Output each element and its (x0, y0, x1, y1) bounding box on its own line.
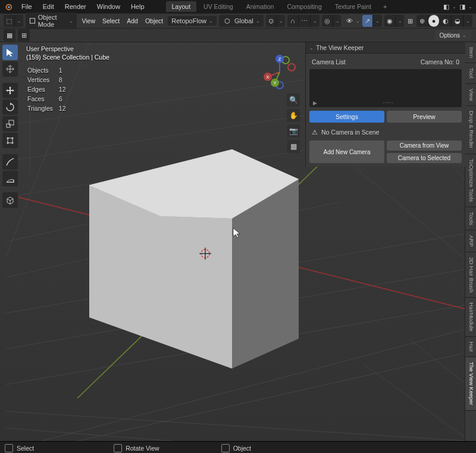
proportional-edit[interactable]: ◎ ⌄ (322, 15, 342, 27)
shading-rendered[interactable]: ◒ (452, 15, 464, 27)
shading-material[interactable]: ◐ (440, 15, 452, 27)
tool-transform[interactable] (2, 133, 18, 148)
preview-tab[interactable]: Preview (387, 111, 462, 123)
svg-line-11 (6, 428, 173, 441)
gizmo-icon: ↗ (362, 15, 373, 27)
editor-type-selector[interactable]: ⬚ ⌄ (4, 15, 23, 27)
3d-viewport[interactable]: User Perspective (159) Scene Collection … (0, 42, 476, 441)
nav-ortho[interactable]: ▦ (287, 140, 300, 153)
overlay-toggle[interactable]: ◉ ⌄ (384, 15, 404, 27)
vtab-3dhair[interactable]: 3D Hair Brush (465, 252, 476, 298)
svg-rect-33 (7, 124, 10, 127)
workspace-tab-animation[interactable]: Animation (240, 1, 280, 12)
settings-tab[interactable]: Settings (309, 111, 384, 123)
overlay-icon: ◉ (384, 15, 396, 27)
mouse-middle-icon (114, 444, 122, 452)
camera-no: Camera No: 0 (421, 58, 459, 65)
nav-camera[interactable]: 📷 (287, 124, 300, 138)
vtab-arp[interactable]: ARP (465, 230, 476, 252)
tool-move[interactable] (2, 83, 18, 98)
proportional-icon: ◎ (322, 15, 333, 27)
tool-annotate[interactable] (2, 154, 18, 170)
chevron-down-icon: ⌄ (464, 17, 472, 25)
pivot-dropdown[interactable]: ⊙ ⌄ (266, 15, 286, 27)
collection-label: (159) Scene Collection | Cube (26, 53, 109, 61)
camera-list-header: Camera List Camera No: 0 (309, 57, 462, 67)
header-object[interactable]: Object (143, 16, 165, 26)
mouse-left-icon (5, 444, 13, 452)
play-icon[interactable]: ▶ (313, 100, 317, 106)
stats-table: Objects1 Vertices8 Edges12 Faces6 Triang… (26, 65, 71, 114)
svg-line-20 (363, 364, 470, 441)
vtab-tools[interactable]: Tools (465, 207, 476, 230)
chevron-down-icon: ⌄ (277, 17, 286, 25)
menu-file[interactable]: File (17, 1, 37, 12)
panel-title: The View Keeper (316, 44, 364, 51)
vtab-drop-render[interactable]: Drop & Render (465, 106, 476, 154)
retopoflow-dropdown[interactable]: RetopoFlow ⌄ (168, 16, 217, 26)
header-select[interactable]: Select (100, 16, 122, 26)
menu-render[interactable]: Render (60, 1, 91, 12)
vtab-tooptimize[interactable]: ToOptimize Tools (465, 154, 476, 207)
vtab-hairmodule[interactable]: HairModule (465, 298, 476, 337)
vtab-view[interactable]: View (465, 84, 476, 106)
corner-widget-1[interactable]: ▦ (4, 29, 15, 41)
corner-widget-2[interactable]: ⊞ (18, 29, 30, 41)
workspace-tab-compositing[interactable]: Compositing (281, 1, 327, 12)
viewlayer-dropdown-icon[interactable]: ◨ (458, 2, 467, 11)
orientation-dropdown[interactable]: ⬡ Global ⌄ (219, 15, 264, 27)
svg-point-37 (12, 138, 14, 139)
svg-point-38 (7, 142, 9, 144)
tool-rotate[interactable] (2, 99, 18, 115)
panel-header[interactable]: ⌄ The View Keeper (306, 42, 465, 54)
gizmo-toggle[interactable]: ↗ ⌄ (362, 15, 382, 27)
svg-point-1 (8, 6, 10, 8)
pivot-icon: ⊙ (266, 15, 277, 27)
blender-logo-icon (4, 2, 13, 11)
options-dropdown[interactable]: Options ⌄ (435, 30, 471, 40)
tool-select-box[interactable] (2, 45, 18, 60)
vtab-tool[interactable]: Tool (465, 63, 476, 83)
workspace-add-button[interactable]: + (378, 1, 392, 12)
shading-solid[interactable]: ● (428, 15, 440, 27)
vtab-hair[interactable]: Hair (465, 337, 476, 357)
xray-toggle[interactable]: ⊞ (406, 16, 414, 26)
camera-to-selected-button[interactable]: Camera to Selected (387, 153, 462, 163)
grip-icon[interactable]: ⋯⋯ (383, 100, 393, 106)
tool-add-cube[interactable] (2, 192, 18, 208)
retopoflow-label: RetopoFlow (171, 17, 206, 24)
header-add[interactable]: Add (124, 16, 140, 26)
nav-zoom[interactable]: 🔍 (287, 93, 300, 107)
main-area: User Perspective (159) Scene Collection … (0, 42, 476, 441)
chevron-down-icon: ⌄ (356, 18, 360, 24)
menu-window[interactable]: Window (92, 1, 125, 12)
top-menubar: File Edit Render Window Help Layout UV E… (0, 0, 476, 13)
snap-toggle[interactable]: ∩ ⋯ ⌄ (287, 15, 319, 27)
chevron-down-icon: ⌄ (452, 4, 456, 10)
header-view[interactable]: View (79, 16, 98, 26)
scene-dropdown-icon[interactable]: ◧ (441, 2, 451, 11)
vtab-item[interactable]: Item (465, 42, 476, 63)
orientation-label: Global (234, 17, 253, 24)
no-camera-warning: ⚠ No Camera in Scene (309, 126, 462, 138)
camera-list[interactable]: ▶ ⋯⋯ (309, 69, 462, 107)
shading-wireframe[interactable]: ⊕ (416, 15, 428, 27)
vtab-view-keeper[interactable]: The View Keeper (465, 357, 476, 411)
tool-cursor[interactable] (2, 61, 18, 77)
camera-from-view-button[interactable]: Camera from View (387, 140, 462, 151)
workspace-tab-layout[interactable]: Layout (166, 1, 197, 12)
workspace-tab-uv[interactable]: UV Editing (198, 1, 239, 12)
svg-rect-34 (9, 120, 14, 125)
menu-help[interactable]: Help (126, 1, 149, 12)
navigation-gizmo[interactable]: X Y Z (262, 54, 298, 90)
nav-pan[interactable]: ✋ (287, 109, 300, 122)
menu-edit[interactable]: Edit (38, 1, 59, 12)
mode-selector[interactable]: Object Mode ⌄ (26, 13, 77, 29)
visibility-icon[interactable]: 👁 (346, 16, 353, 26)
chevron-down-icon: ⌄ (209, 18, 213, 24)
tool-scale[interactable] (2, 116, 18, 132)
svg-point-43 (288, 64, 295, 71)
tool-measure[interactable] (2, 171, 18, 186)
add-new-camera-button[interactable]: Add New Camera (309, 140, 384, 163)
workspace-tab-texture-paint[interactable]: Texture Paint (329, 1, 377, 12)
